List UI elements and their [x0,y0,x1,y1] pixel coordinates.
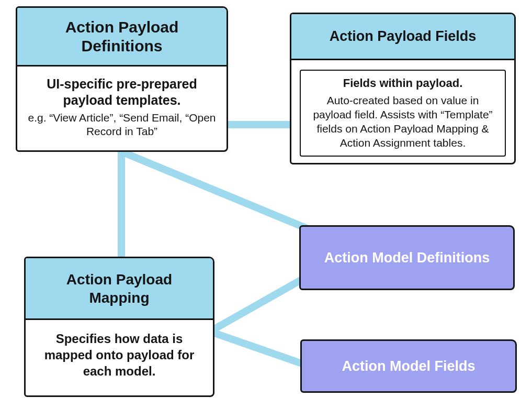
title-text: Action Payload Definitions [28,18,216,56]
svg-line-2 [214,274,311,329]
node-body: Specifies how data is mapped onto payloa… [26,320,213,390]
diagram-canvas: Action Payload Definitions UI-specific p… [0,0,532,408]
body-bold: UI-specific pre-prepared payload templat… [27,76,217,109]
title-text: Action Payload Fields [330,28,477,45]
node-title: Action Payload Definitions [17,8,227,67]
body-bold: Fields within payload. [308,76,497,91]
svg-line-4 [124,153,330,238]
body-text: e.g. “View Article”, “Send Email, “Open … [28,112,216,138]
node-payload-mapping: Action Payload Mapping Specifies how dat… [24,257,214,397]
node-body: UI-specific pre-prepared payload templat… [17,67,227,146]
node-body: Fields within payload. Auto-created base… [300,70,506,157]
node-title: Action Payload Mapping [26,258,213,320]
svg-line-3 [214,333,311,367]
node-title: Action Payload Fields [291,14,514,60]
node-payload-definitions: Action Payload Definitions UI-specific p… [16,6,228,152]
body-text: Specifies how data is mapped onto payloa… [44,332,195,378]
node-model-definitions: Action Model Definitions [299,225,515,290]
body-text: Auto-created based on value in payload f… [313,94,492,149]
title-text: Action Model Definitions [324,249,490,266]
node-payload-fields: Action Payload Fields Fields within payl… [290,13,516,164]
title-text: Action Payload Mapping [36,270,202,307]
node-model-fields: Action Model Fields [300,339,517,393]
title-text: Action Model Fields [342,358,475,374]
